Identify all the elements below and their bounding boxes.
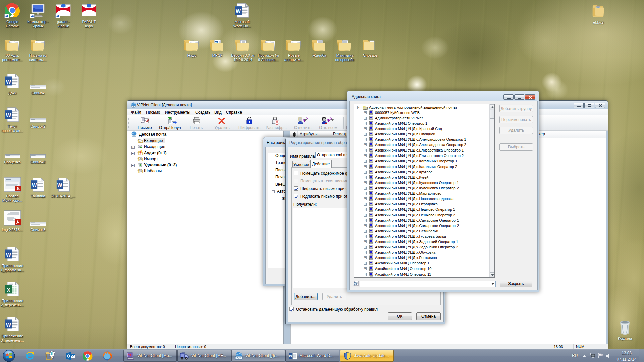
svg-text:W: W [289,354,292,358]
